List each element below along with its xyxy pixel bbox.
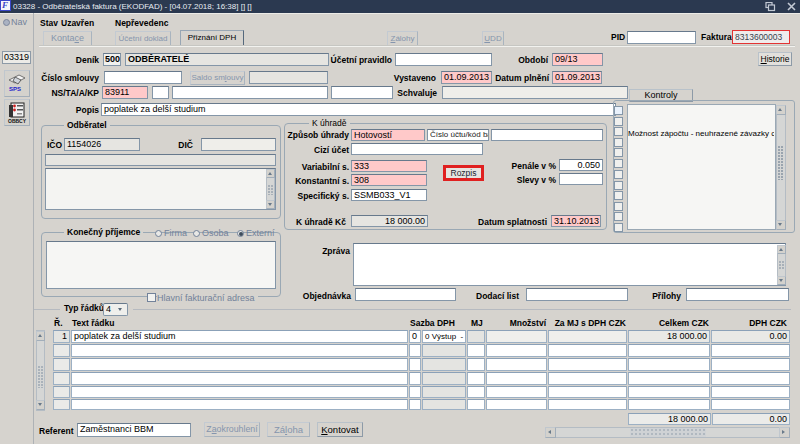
svg-text:OBBCY: OBBCY <box>8 118 27 124</box>
svg-text:SPS: SPS <box>9 86 21 92</box>
